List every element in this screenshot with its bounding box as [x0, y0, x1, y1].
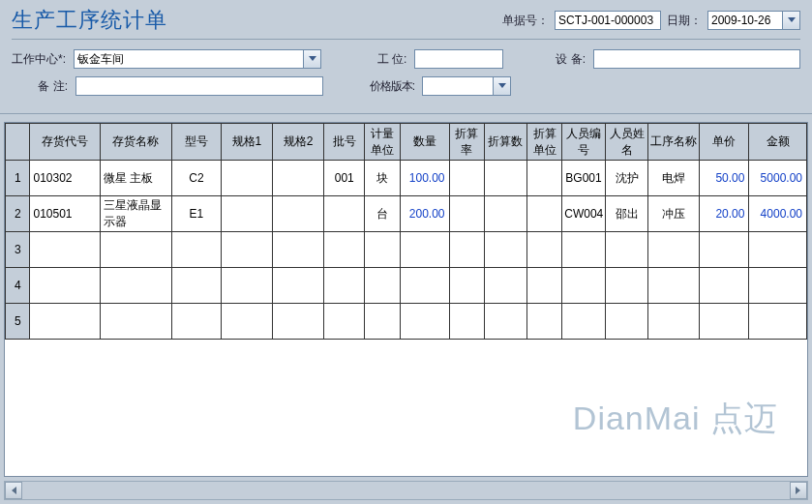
cell-cunit[interactable]	[527, 268, 562, 304]
table-row[interactable]: 2010501三星液晶显示器E1台200.00CW004邵出冲压20.00400…	[6, 196, 807, 232]
cell-price[interactable]: 20.00	[700, 196, 749, 232]
col-header[interactable]: 型号	[171, 124, 221, 161]
cell-price[interactable]	[700, 232, 749, 268]
col-header[interactable]: 数量	[400, 124, 449, 161]
cell-pno[interactable]	[562, 304, 606, 340]
cell-amt[interactable]: 5000.00	[749, 161, 807, 196]
cell-code[interactable]	[30, 268, 100, 304]
date-input[interactable]	[707, 11, 783, 30]
cell-pname[interactable]	[605, 304, 648, 340]
work-center-dropdown-button[interactable]	[304, 49, 321, 69]
cell-pno[interactable]: BG001	[562, 161, 606, 196]
cell-unit[interactable]	[365, 304, 400, 340]
cell-crate[interactable]	[449, 268, 484, 304]
cell-qty[interactable]: 100.00	[400, 161, 449, 196]
col-header[interactable]: 规格2	[272, 124, 323, 161]
cell-pname[interactable]	[605, 232, 648, 268]
cell-amt[interactable]	[749, 304, 807, 340]
cell-spec1[interactable]	[221, 268, 272, 304]
cell-name[interactable]	[100, 304, 171, 340]
cell-cqty[interactable]	[484, 268, 527, 304]
cell-cunit[interactable]	[527, 232, 562, 268]
col-header[interactable]: 存货代号	[30, 124, 100, 161]
cell-batch[interactable]	[324, 268, 365, 304]
cell-model[interactable]	[171, 232, 221, 268]
cell-proc[interactable]	[648, 232, 700, 268]
col-header[interactable]: 折算数	[484, 124, 527, 161]
cell-proc[interactable]: 电焊	[648, 161, 700, 196]
cell-spec1[interactable]	[221, 161, 272, 196]
cell-cqty[interactable]	[484, 196, 527, 232]
cell-unit[interactable]	[365, 232, 400, 268]
cell-model[interactable]	[171, 268, 221, 304]
cell-spec1[interactable]	[221, 232, 272, 268]
cell-amt[interactable]: 4000.00	[749, 196, 807, 232]
cell-code[interactable]	[30, 304, 100, 340]
cell-name[interactable]	[100, 268, 171, 304]
col-header[interactable]: 折算单位	[527, 124, 562, 161]
cell-crate[interactable]	[449, 304, 484, 340]
cell-spec2[interactable]	[272, 232, 323, 268]
cell-pno[interactable]	[562, 232, 606, 268]
table-row[interactable]: 3	[6, 232, 807, 268]
cell-qty[interactable]	[400, 304, 449, 340]
cell-qty[interactable]	[400, 232, 449, 268]
cell-unit[interactable]	[365, 268, 400, 304]
remark-input[interactable]	[75, 76, 323, 96]
cell-price[interactable]	[700, 304, 749, 340]
position-input[interactable]	[414, 49, 503, 69]
work-center-input[interactable]	[74, 49, 304, 69]
cell-cqty[interactable]	[484, 232, 527, 268]
table-row[interactable]: 1010302微星 主板C2001块100.00BG001沈护电焊50.0050…	[6, 161, 807, 196]
cell-price[interactable]	[700, 268, 749, 304]
cell-qty[interactable]	[400, 268, 449, 304]
cell-code[interactable]: 010501	[30, 196, 100, 232]
cell-amt[interactable]	[749, 268, 807, 304]
col-header[interactable]: 人员编号	[562, 124, 606, 161]
date-dropdown-button[interactable]	[783, 11, 800, 30]
device-input[interactable]	[593, 49, 800, 69]
scroll-left-button[interactable]	[5, 482, 22, 499]
cell-code[interactable]: 010302	[30, 161, 100, 196]
cell-proc[interactable]	[648, 268, 700, 304]
cell-crate[interactable]	[449, 232, 484, 268]
cell-crate[interactable]	[449, 161, 484, 196]
cell-unit[interactable]: 块	[365, 161, 400, 196]
cell-proc[interactable]: 冲压	[648, 196, 700, 232]
table-row[interactable]: 5	[6, 304, 807, 340]
col-header[interactable]: 规格1	[221, 124, 272, 161]
col-header[interactable]: 批号	[324, 124, 365, 161]
cell-cunit[interactable]	[527, 196, 562, 232]
cell-name[interactable]	[100, 232, 171, 268]
cell-model[interactable]	[171, 304, 221, 340]
price-ver-input[interactable]	[422, 76, 494, 96]
table-row[interactable]: 4	[6, 268, 807, 304]
cell-spec1[interactable]	[221, 304, 272, 340]
cell-batch[interactable]	[324, 232, 365, 268]
cell-pno[interactable]: CW004	[562, 196, 606, 232]
cell-model[interactable]: C2	[171, 161, 221, 196]
col-header[interactable]: 折算率	[449, 124, 484, 161]
cell-spec2[interactable]	[272, 268, 323, 304]
cell-batch[interactable]	[324, 196, 365, 232]
cell-batch[interactable]: 001	[324, 161, 365, 196]
cell-name[interactable]: 微星 主板	[100, 161, 171, 196]
cell-spec2[interactable]	[272, 196, 323, 232]
scroll-right-button[interactable]	[790, 482, 807, 499]
cell-qty[interactable]: 200.00	[400, 196, 449, 232]
cell-code[interactable]	[30, 232, 100, 268]
col-header[interactable]: 计量单位	[365, 124, 400, 161]
cell-pno[interactable]	[562, 268, 606, 304]
doc-no-input[interactable]	[555, 11, 661, 30]
cell-price[interactable]: 50.00	[700, 161, 749, 196]
col-header[interactable]: 工序名称	[648, 124, 700, 161]
cell-spec1[interactable]	[221, 196, 272, 232]
cell-cqty[interactable]	[484, 161, 527, 196]
col-header[interactable]: 人员姓名	[605, 124, 648, 161]
cell-cunit[interactable]	[527, 161, 562, 196]
cell-name[interactable]: 三星液晶显示器	[100, 196, 171, 232]
cell-spec2[interactable]	[272, 304, 323, 340]
cell-unit[interactable]: 台	[365, 196, 400, 232]
col-header[interactable]: 存货名称	[100, 124, 171, 161]
cell-proc[interactable]	[648, 304, 700, 340]
